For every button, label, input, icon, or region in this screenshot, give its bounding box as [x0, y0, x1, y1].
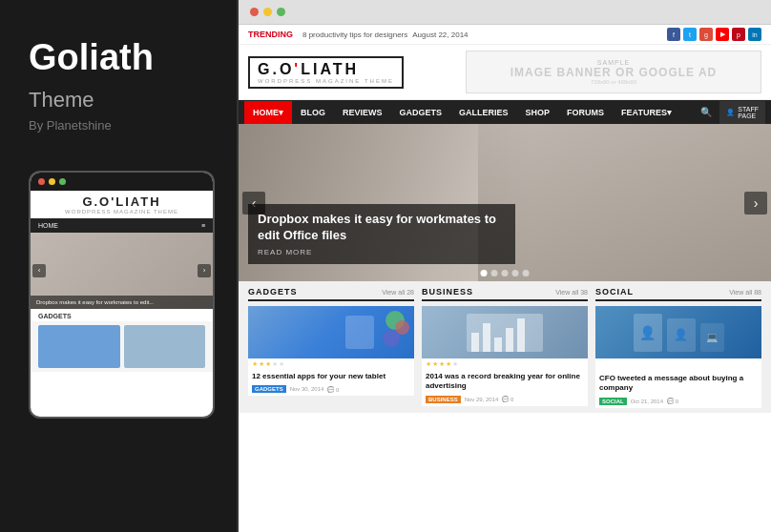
sidebar: Goliath Theme By Planetshine G.O'LIATH W… [0, 0, 237, 532]
hero-dot-4[interactable] [512, 270, 519, 276]
mobile-logo: G.O'LIATH [38, 194, 205, 209]
ad-size-text: 728x90 or 468x90 [591, 79, 636, 85]
social-article-tag[interactable]: SOCIAL [599, 398, 627, 405]
hero-next-button[interactable]: › [744, 192, 767, 215]
site-logo: G.O'LIATH WORDPRESS MAGAZINE THEME [248, 56, 404, 89]
gadgets-article-image [248, 306, 414, 358]
hero-dots [481, 270, 530, 276]
gadgets-view-all[interactable]: View all 28 [382, 289, 414, 296]
search-icon[interactable]: 🔍 [693, 100, 719, 124]
social-article-image: 👤 👤 💻 [595, 306, 761, 358]
business-article-tag[interactable]: BUSINESS [426, 396, 461, 403]
social-article-card: 👤 👤 💻 CFO tweeted a message about buying… [595, 306, 761, 408]
hero-caption-box: Dropbox makes it easy for workmates to e… [248, 204, 515, 264]
nav-item-forums[interactable]: FORUMS [558, 101, 613, 124]
linkedin-icon[interactable]: in [748, 28, 761, 41]
hero-dot-3[interactable] [502, 270, 509, 276]
gadgets-article-card: ★ ★ ★ ★ ★ 12 essential apps for your new… [248, 306, 414, 396]
ad-banner: SAMPLE IMAGE BANNER OR GOOGLE AD 728x90 … [466, 51, 761, 93]
nav-item-galleries[interactable]: GALLERIES [450, 101, 517, 124]
mobile-card-1 [38, 325, 120, 368]
business-article-title[interactable]: 2014 was a record breaking year for onli… [422, 370, 588, 394]
preview-area: TRENDING 8 productivity tips for designe… [237, 0, 771, 532]
business-article-card: ★ ★ ★ ★ ★ 2014 was a record breaking yea… [422, 306, 588, 406]
hero-dot-2[interactable] [491, 270, 498, 276]
browser-dot-green [277, 8, 285, 16]
star-3: ★ [265, 360, 271, 368]
hero-read-more[interactable]: READ MORE [258, 248, 506, 256]
hero-slider: ‹ › Dropbox makes it easy for workmates … [239, 124, 771, 281]
hero-title: Dropbox makes it easy for workmates to e… [258, 212, 506, 244]
star-1: ★ [426, 360, 431, 368]
nav-item-shop[interactable]: SHOP [517, 101, 559, 124]
gadgets-article-stars: ★ ★ ★ ★ ★ [248, 358, 414, 370]
mobile-preview: G.O'LIATH WORDPRESS MAGAZINE THEME HOME … [29, 171, 215, 419]
star-3: ★ [439, 360, 445, 368]
gadgets-article-meta: GADGETS Nov 30, 2014 💬 0 [248, 383, 414, 396]
user-icon: 👤 [726, 109, 735, 116]
business-view-all[interactable]: View all 38 [555, 289, 588, 296]
nav-item-features[interactable]: FEATURES▾ [613, 101, 680, 124]
theme-site: TRENDING 8 productivity tips for designe… [239, 25, 771, 532]
mobile-dot-green [59, 178, 66, 185]
twitter-icon[interactable]: t [683, 28, 697, 41]
logo-subtext: WORDPRESS MAGAZINE THEME [258, 78, 394, 84]
star-2: ★ [432, 360, 438, 368]
star-4: ★ [446, 360, 451, 368]
mobile-logo-sub: WORDPRESS MAGAZINE THEME [38, 209, 205, 215]
site-nav: HOME▾ BLOG REVIEWS GADGETS GALLERIES SHO… [239, 100, 771, 124]
gadgets-article-date: Nov 30, 2014 [290, 386, 324, 392]
mobile-hamburger-icon: ≡ [201, 222, 205, 229]
social-section-header: SOCIAL View all 88 [595, 287, 761, 301]
gadgets-article-tag[interactable]: GADGETS [252, 385, 286, 393]
googleplus-icon[interactable]: g [699, 28, 713, 41]
mobile-next-button[interactable]: › [198, 264, 211, 277]
mobile-nav: HOME ≡ [31, 218, 213, 233]
user-button[interactable]: 👤 STAFFPAGE [719, 101, 765, 124]
nav-item-reviews[interactable]: REVIEWS [334, 101, 391, 124]
business-article-image [422, 306, 588, 358]
section-gadgets: GADGETS View all 28 ★ ★ ★ [244, 287, 418, 413]
social-section-title: SOCIAL [595, 287, 634, 297]
star-5: ★ [279, 360, 284, 368]
trending-text: 8 productivity tips for designers [302, 31, 407, 39]
business-section-header: BUSINESS View all 38 [422, 287, 588, 301]
theme-subtitle: Theme [29, 88, 208, 113]
gadgets-section-title: GADGETS [248, 287, 298, 297]
social-view-all[interactable]: View all 88 [729, 289, 761, 296]
social-article-date: Oct 21, 2014 [631, 399, 663, 404]
nav-item-gadgets[interactable]: GADGETS [391, 101, 451, 124]
facebook-icon[interactable]: f [667, 28, 680, 41]
mobile-chrome-dots [31, 173, 213, 191]
browser-dot-red [250, 8, 259, 16]
browser-chrome [239, 0, 771, 25]
hero-dot-5[interactable] [523, 270, 530, 276]
mobile-card-row [31, 321, 213, 372]
mobile-nav-label: HOME [38, 222, 58, 229]
mobile-dot-yellow [49, 178, 55, 185]
mobile-section-label: GADGETS [31, 309, 213, 321]
gadgets-article-title[interactable]: 12 essential apps for your new tablet [248, 370, 414, 383]
business-article-meta: BUSINESS Nov 29, 2014 💬 0 [422, 394, 588, 406]
logo-text: G.O'LIATH [258, 61, 394, 78]
mobile-site-header: G.O'LIATH WORDPRESS MAGAZINE THEME [31, 191, 213, 218]
hero-dot-1[interactable] [481, 270, 488, 276]
business-section-title: BUSINESS [422, 287, 473, 297]
gadgets-article-comments: 💬 0 [327, 386, 339, 393]
pinterest-icon[interactable]: p [732, 28, 745, 41]
section-business: BUSINESS View all 38 ★ [418, 287, 592, 413]
social-icons-top: f t g ▶ p in [667, 28, 761, 41]
ad-sample-label: SAMPLE [597, 59, 630, 66]
social-article-comments: 💬 0 [667, 398, 678, 404]
social-article-title[interactable]: CFO tweeted a message about buying a com… [595, 372, 761, 396]
mobile-prev-button[interactable]: ‹ [32, 264, 46, 277]
section-social: SOCIAL View all 88 👤 👤 💻 CFO tweeted a m… [592, 287, 765, 413]
mobile-hero: ‹ › Dropbox makes it easy for workmates … [31, 233, 213, 309]
nav-item-blog[interactable]: BLOG [292, 101, 334, 124]
nav-item-home[interactable]: HOME▾ [244, 101, 292, 124]
gadgets-section-header: GADGETS View all 28 [248, 287, 414, 301]
star-2: ★ [259, 360, 264, 368]
social-article-stars [595, 358, 761, 372]
youtube-icon[interactable]: ▶ [716, 28, 729, 41]
business-article-stars: ★ ★ ★ ★ ★ [422, 358, 588, 370]
